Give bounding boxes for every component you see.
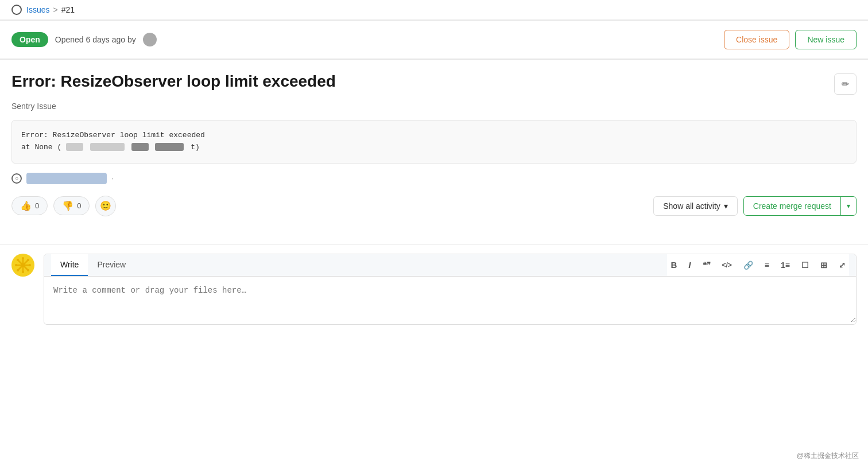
comment-textarea[interactable] [44, 277, 856, 323]
linked-bar [26, 173, 107, 184]
thumbs-down-count: 0 [77, 201, 81, 210]
tab-preview[interactable]: Preview [88, 254, 135, 276]
issue-label: Sentry Issue [11, 102, 857, 111]
issue-number: #21 [61, 5, 75, 14]
issues-link[interactable]: Issues [26, 5, 49, 14]
quote-button[interactable]: ❝❞ [699, 258, 714, 271]
task-button[interactable]: ☐ [798, 258, 812, 272]
svg-point-8 [29, 264, 31, 266]
code-line-2: at None ( t) [21, 142, 847, 154]
issue-content: Error: ResizeObserver loop limit exceede… [0, 60, 868, 230]
show-all-activity-button[interactable]: Show all activity ▾ [653, 196, 738, 216]
user-avatar [11, 254, 34, 277]
svg-point-6 [22, 271, 24, 273]
code-line-2-prefix: at None ( [21, 143, 61, 152]
top-nav: Issues > #21 [0, 0, 868, 20]
status-badge: Open [11, 32, 48, 47]
thumbs-up-button[interactable]: 👍 0 [11, 196, 48, 215]
svg-point-5 [22, 257, 24, 259]
number-list-button[interactable]: 1≡ [777, 258, 793, 272]
comment-section: Write Preview B I ❝❞ </> 🔗 ≡ 1≡ ☐ ⊞ ⤢ [0, 244, 868, 334]
breadcrumb-separator: > [53, 5, 57, 14]
thumbs-up-icon: 👍 [20, 200, 32, 211]
svg-point-12 [17, 269, 19, 271]
header-actions: Close issue New issue [724, 30, 857, 49]
svg-point-11 [27, 259, 29, 261]
redacted-4 [155, 143, 184, 151]
opened-text: Opened 6 days ago by [55, 35, 136, 44]
code-line-1: Error: ResizeObserver loop limit exceede… [21, 130, 847, 142]
svg-point-7 [15, 264, 17, 266]
code-line-2-suffix: t) [191, 143, 200, 152]
code-button[interactable]: </> [719, 259, 735, 271]
redacted-3 [131, 143, 149, 151]
close-issue-button[interactable]: Close issue [724, 30, 789, 49]
code-block: Error: ResizeObserver loop limit exceede… [11, 120, 857, 164]
svg-point-9 [17, 259, 19, 261]
create-merge-request-button[interactable]: Create merge request [744, 197, 840, 215]
comment-tabs: Write Preview B I ❝❞ </> 🔗 ≡ 1≡ ☐ ⊞ ⤢ [44, 254, 856, 277]
fullscreen-button[interactable]: ⤢ [835, 258, 849, 272]
show-activity-label: Show all activity [663, 201, 720, 211]
edit-title-button[interactable]: ✏ [834, 73, 857, 95]
linked-separator: · [111, 174, 114, 182]
redacted-1 [66, 143, 83, 151]
issue-header-bar: Open Opened 6 days ago by Close issue Ne… [0, 21, 868, 59]
avatar-icon [14, 256, 32, 274]
issue-title-row: Error: ResizeObserver loop limit exceede… [11, 71, 857, 95]
linked-item-row: ○ · [11, 173, 857, 184]
bold-button[interactable]: B [667, 258, 680, 272]
thumbs-down-icon: 👎 [62, 200, 73, 211]
activity-area: Show all activity ▾ Create merge request… [653, 196, 857, 216]
issue-title: Error: ResizeObserver loop limit exceede… [11, 71, 336, 92]
redacted-2 [90, 143, 125, 151]
thumbs-down-button[interactable]: 👎 0 [53, 196, 90, 215]
emoji-add-icon: 🙂 [100, 200, 111, 211]
back-circle-icon[interactable] [11, 5, 22, 15]
link-button[interactable]: 🔗 [740, 258, 757, 272]
italic-button[interactable]: I [685, 258, 694, 272]
comment-toolbar: B I ❝❞ </> 🔗 ≡ 1≡ ☐ ⊞ ⤢ [667, 254, 849, 276]
linked-icon: ○ [11, 173, 22, 184]
table-button[interactable]: ⊞ [817, 258, 831, 272]
tab-write[interactable]: Write [51, 254, 88, 276]
create-mr-dropdown-button[interactable]: ▾ [840, 197, 856, 215]
add-emoji-button[interactable]: 🙂 [95, 196, 116, 216]
new-issue-button[interactable]: New issue [795, 30, 857, 49]
reactions-row: 👍 0 👎 0 🙂 [11, 196, 116, 216]
comment-editor: Write Preview B I ❝❞ </> 🔗 ≡ 1≡ ☐ ⊞ ⤢ [44, 254, 857, 325]
issue-status-left: Open Opened 6 days ago by [11, 32, 157, 47]
create-mr-group: Create merge request ▾ [743, 196, 857, 216]
show-activity-chevron: ▾ [724, 201, 728, 211]
author-avatar [143, 33, 157, 46]
thumbs-up-count: 0 [35, 201, 39, 210]
svg-point-10 [27, 269, 29, 271]
bullet-list-button[interactable]: ≡ [761, 258, 773, 272]
breadcrumb: Issues > #21 [26, 5, 75, 14]
